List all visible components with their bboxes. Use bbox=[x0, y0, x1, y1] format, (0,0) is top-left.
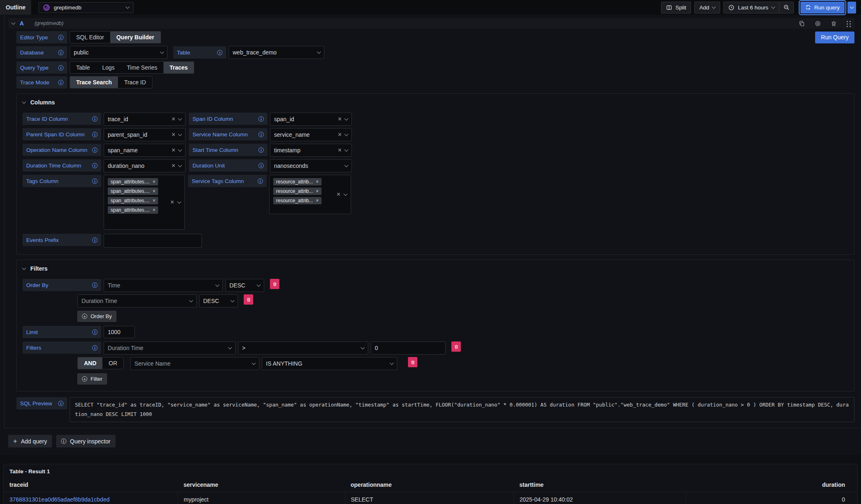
order-by-field-select[interactable]: Time bbox=[104, 279, 223, 292]
service-tags-column-multiselect[interactable]: resource_attrib... resource_attrib... re… bbox=[269, 175, 351, 214]
remove-chip-icon[interactable] bbox=[152, 179, 155, 184]
clear-icon[interactable] bbox=[172, 147, 175, 154]
cell-traceid: 3768831301ea0d65adaef8b9da1cbded bbox=[4, 492, 178, 504]
tab-traces[interactable]: Traces bbox=[163, 62, 194, 73]
column-header-traceid[interactable]: traceid bbox=[4, 478, 178, 492]
clear-icon[interactable] bbox=[172, 163, 175, 169]
label-text: SQL Preview bbox=[20, 400, 52, 407]
clear-icon[interactable] bbox=[338, 131, 342, 138]
duration-unit-select[interactable]: nanoseconds bbox=[270, 159, 352, 172]
tab-or[interactable]: OR bbox=[102, 357, 123, 369]
info-icon bbox=[92, 237, 97, 243]
filter-operator-select[interactable]: IS ANYTHING bbox=[262, 357, 397, 370]
split-button[interactable]: Split bbox=[661, 2, 691, 14]
tab-time-series[interactable]: Time Series bbox=[121, 62, 163, 73]
add-order-by-button[interactable]: Order By bbox=[77, 311, 116, 322]
table-select[interactable]: web_trace_demo bbox=[229, 46, 324, 59]
add-filter-button[interactable]: Filter bbox=[77, 373, 107, 384]
remove-chip-icon[interactable] bbox=[152, 189, 155, 194]
chevron-down-icon bbox=[344, 147, 349, 151]
parent-span-id-column-select[interactable]: parent_span_id bbox=[104, 128, 186, 141]
tab-logs[interactable]: Logs bbox=[96, 62, 120, 73]
query-inspector-button[interactable]: Query inspector bbox=[56, 435, 116, 447]
span-id-column-select[interactable]: span_id bbox=[270, 113, 352, 126]
run-query-button[interactable]: Run query bbox=[800, 2, 845, 14]
start-time-column-label: Start Time Column bbox=[189, 144, 267, 156]
add-query-button[interactable]: Add query bbox=[8, 435, 52, 447]
tab-query-builder[interactable]: Query Builder bbox=[110, 32, 161, 43]
tab-trace-id[interactable]: Trace ID bbox=[118, 77, 152, 88]
value-text: span_name bbox=[108, 147, 168, 154]
add-button[interactable]: Add bbox=[694, 2, 720, 14]
filter-field-select[interactable]: Duration Time bbox=[104, 341, 236, 355]
remove-order-by-button[interactable] bbox=[244, 294, 253, 305]
run-query-options-button[interactable] bbox=[847, 2, 856, 14]
datasource-picker[interactable]: greptimedb bbox=[39, 2, 134, 13]
tags-column-multiselect[interactable]: span_attributes.... span_attributes.... … bbox=[104, 175, 185, 230]
info-icon bbox=[58, 65, 63, 70]
explore-content: A (greptimedb) Editor Type SQL Editor Qu… bbox=[0, 15, 861, 455]
column-header-starttime[interactable]: starttime bbox=[514, 478, 686, 492]
drag-handle-icon[interactable] bbox=[847, 21, 848, 22]
trace-id-column-select[interactable]: trace_id bbox=[104, 113, 186, 126]
remove-chip-icon[interactable] bbox=[316, 198, 319, 203]
limit-input[interactable] bbox=[104, 326, 135, 338]
clear-all-icon[interactable] bbox=[170, 199, 174, 206]
clear-all-icon[interactable] bbox=[337, 191, 340, 198]
start-time-column-select[interactable]: timestamp bbox=[270, 144, 352, 157]
service-name-column-select[interactable]: service_name bbox=[270, 128, 352, 141]
columns-section-title: Columns bbox=[30, 99, 55, 106]
zoom-out-button[interactable] bbox=[779, 2, 793, 13]
time-range-picker[interactable]: Last 6 hours bbox=[724, 2, 779, 13]
cell-operationname: SELECT bbox=[345, 492, 514, 504]
clear-icon[interactable] bbox=[338, 147, 342, 154]
filter-value-input[interactable] bbox=[371, 341, 446, 355]
filter-operator-select[interactable]: > bbox=[238, 341, 368, 355]
column-header-operationname[interactable]: operationname bbox=[345, 478, 514, 492]
events-prefix-input[interactable] bbox=[104, 234, 202, 248]
plus-circle-icon bbox=[82, 314, 87, 319]
filter-field-select[interactable]: Service Name bbox=[130, 357, 259, 370]
clear-icon[interactable] bbox=[338, 116, 342, 122]
remove-filter-button[interactable] bbox=[408, 357, 417, 367]
outline-toggle[interactable]: Outline bbox=[0, 0, 31, 15]
info-icon bbox=[258, 116, 264, 122]
duplicate-query-icon[interactable] bbox=[799, 20, 805, 27]
database-select[interactable]: public bbox=[70, 46, 168, 59]
tab-sql-editor[interactable]: SQL Editor bbox=[70, 32, 110, 43]
column-header-servicename[interactable]: servicename bbox=[178, 478, 345, 492]
filter-add-row: Filter bbox=[77, 373, 848, 384]
column-header-duration[interactable]: duration bbox=[686, 478, 857, 492]
tab-table[interactable]: Table bbox=[70, 62, 96, 73]
remove-chip-icon[interactable] bbox=[152, 198, 155, 203]
chevron-down-icon bbox=[178, 147, 182, 151]
duration-time-column-select[interactable]: duration_nano bbox=[104, 159, 186, 172]
remove-order-by-button[interactable] bbox=[270, 279, 279, 289]
filters-section-header[interactable]: Filters bbox=[23, 264, 848, 273]
remove-chip-icon[interactable] bbox=[152, 208, 155, 212]
hide-response-icon[interactable] bbox=[815, 20, 821, 27]
remove-chip-icon[interactable] bbox=[316, 189, 319, 194]
remove-chip-icon[interactable] bbox=[316, 179, 319, 184]
collapse-chevron-icon[interactable] bbox=[11, 20, 16, 25]
order-by-label: Order By bbox=[23, 279, 101, 291]
remove-filter-button[interactable] bbox=[451, 341, 461, 352]
run-query-editor-button[interactable]: Run Query bbox=[815, 32, 854, 43]
columns-section-header[interactable]: Columns bbox=[23, 98, 848, 107]
tab-and[interactable]: AND bbox=[78, 357, 102, 369]
order-by-direction-select[interactable]: DESC bbox=[225, 279, 264, 292]
value-text: timestamp bbox=[274, 147, 335, 154]
operation-name-column-select[interactable]: span_name bbox=[104, 144, 186, 157]
limit-row: Limit bbox=[23, 326, 848, 338]
clear-icon[interactable] bbox=[172, 131, 175, 138]
delete-query-icon[interactable] bbox=[831, 20, 837, 27]
order-by-field-select[interactable]: Duration Time bbox=[77, 294, 197, 307]
button-label: Order By bbox=[91, 313, 112, 319]
trace-id-link[interactable]: 3768831301ea0d65adaef8b9da1cbded bbox=[9, 496, 109, 503]
order-by-direction-select[interactable]: DESC bbox=[199, 294, 238, 307]
value-text: parent_span_id bbox=[108, 131, 168, 138]
result-table: traceid servicename operationname startt… bbox=[4, 478, 857, 504]
tab-trace-search[interactable]: Trace Search bbox=[70, 77, 118, 88]
clear-icon[interactable] bbox=[172, 116, 175, 122]
info-circle-icon bbox=[61, 438, 66, 444]
